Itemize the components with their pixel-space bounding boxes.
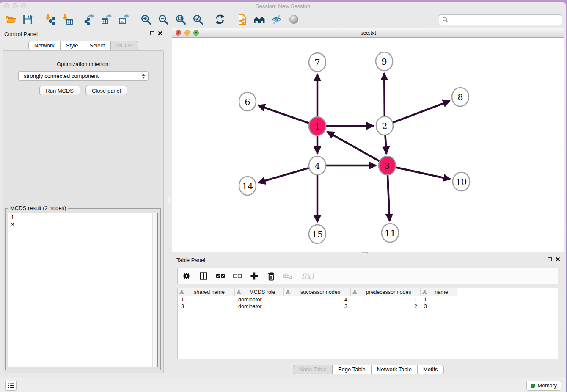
splitter-grip[interactable] <box>168 197 171 203</box>
save-icon <box>22 14 33 25</box>
close-panel-button[interactable]: Close panel <box>85 86 127 95</box>
graph-edge-2-8[interactable] <box>393 101 450 122</box>
delete-column-button[interactable] <box>267 271 276 281</box>
export-network-button[interactable] <box>80 12 98 27</box>
export-image-button[interactable] <box>115 12 132 27</box>
close-table-panel-icon[interactable] <box>556 257 560 262</box>
folder-open-icon <box>5 14 16 25</box>
zoom-in-button[interactable] <box>137 12 154 27</box>
table-cell[interactable]: 3 <box>284 303 351 310</box>
network-window-titlebar[interactable]: ✗ − + scc.txt <box>172 28 564 38</box>
table-row[interactable]: 3dominator323 <box>178 303 558 310</box>
zoom-out-button[interactable] <box>154 12 172 27</box>
graph-node-3[interactable]: 3 <box>379 156 396 175</box>
tab-node-table[interactable]: Node Table <box>293 365 333 374</box>
export-table-button[interactable] <box>98 12 115 27</box>
criterion-select[interactable]: strongly connected component <box>18 71 149 81</box>
table-cell[interactable]: 3 <box>421 303 456 310</box>
graph-edge-3-1[interactable] <box>327 132 379 161</box>
graph-node-2[interactable]: 2 <box>376 116 393 135</box>
save-session-button[interactable] <box>19 12 36 27</box>
table-cell[interactable]: 3 <box>178 303 235 310</box>
deselect-all-columns-button[interactable] <box>233 271 242 281</box>
tab-select[interactable]: Select <box>84 41 111 50</box>
graph-edge-1-2[interactable] <box>326 126 374 126</box>
graph-node-15[interactable]: 15 <box>309 225 326 243</box>
mcds-result-text[interactable]: 13 <box>8 213 158 367</box>
tab-style[interactable]: Style <box>61 41 84 50</box>
graph-node-7[interactable]: 7 <box>309 53 326 72</box>
show-columns-button[interactable] <box>199 271 208 281</box>
import-table-button[interactable] <box>58 12 76 27</box>
first-neighbors-button[interactable] <box>250 12 268 27</box>
graph-edge-2-9[interactable] <box>384 73 385 116</box>
graph-edge-3-10[interactable] <box>396 167 451 179</box>
network-graph: 7968124314101511 <box>172 38 564 251</box>
select-all-columns-button[interactable] <box>216 271 225 281</box>
tab-network[interactable]: Network <box>28 41 61 50</box>
tab-motifs[interactable]: Motifs <box>418 365 444 374</box>
graph-edge-1-6[interactable] <box>258 105 309 123</box>
table-cell[interactable]: 1 <box>178 296 235 303</box>
apply-function-button[interactable]: f(x) <box>300 271 315 281</box>
table-cell[interactable]: 1 <box>351 296 421 303</box>
table-cell[interactable]: dominator <box>235 296 284 303</box>
float-table-panel-icon[interactable] <box>548 257 552 261</box>
node-table[interactable]: shared nameMCDS rolesuccessor nodesprede… <box>177 288 558 359</box>
open-session-button[interactable] <box>2 12 19 27</box>
refresh-button[interactable] <box>211 12 228 27</box>
application-window: Session: New Session <box>0 2 566 392</box>
table-cell[interactable]: 2 <box>351 303 421 310</box>
memory-button[interactable]: Memory <box>526 381 561 391</box>
graphics-details-button[interactable] <box>285 12 303 27</box>
graph-node-10[interactable]: 10 <box>453 172 470 191</box>
table-cell[interactable]: 1 <box>421 296 456 303</box>
tab-mcds[interactable]: MCDS <box>111 41 138 50</box>
network-canvas[interactable]: 7968124314101511 <box>172 38 564 251</box>
task-history-button[interactable] <box>5 381 17 391</box>
graph-edge-3-11[interactable] <box>388 175 390 221</box>
column-header-successor-nodes[interactable]: successor nodes <box>284 288 351 296</box>
tab-network-table[interactable]: Network Table <box>372 365 418 374</box>
table-toolbar: f(x) <box>177 268 558 284</box>
graph-node-label: 7 <box>314 58 320 68</box>
table-cell[interactable]: dominator <box>235 303 284 310</box>
graph-node-6[interactable]: 6 <box>239 92 256 111</box>
graph-edge-4-14[interactable] <box>258 168 309 183</box>
column-header-shared-name[interactable]: shared name <box>178 288 235 296</box>
float-panel-icon[interactable] <box>150 31 154 35</box>
search-input[interactable] <box>449 16 562 24</box>
table-cell[interactable]: 4 <box>284 296 351 303</box>
table-settings-button[interactable] <box>182 271 191 281</box>
columns-icon <box>199 272 208 280</box>
graph-edge-2-3[interactable] <box>385 135 386 154</box>
delete-table-button[interactable] <box>284 271 293 281</box>
close-panel-icon[interactable] <box>158 31 162 36</box>
new-network-from-selection-button[interactable] <box>233 12 250 27</box>
graph-node-11[interactable]: 11 <box>382 224 399 242</box>
graph-node-8[interactable]: 8 <box>452 88 469 106</box>
zoom-selected-button[interactable] <box>189 12 206 27</box>
table-header-row: shared nameMCDS rolesuccessor nodesprede… <box>178 288 457 296</box>
search-box[interactable] <box>439 14 562 25</box>
add-column-button[interactable] <box>250 271 259 281</box>
graph-node-1[interactable]: 1 <box>309 117 326 135</box>
graph-node-4[interactable]: 4 <box>309 156 326 175</box>
graph-node-14[interactable]: 14 <box>239 177 256 195</box>
select-stepper-icon <box>141 72 146 80</box>
zoom-in-icon <box>140 14 151 25</box>
mcds-result-line: 1 <box>11 214 157 221</box>
zoom-fit-button[interactable] <box>172 12 189 27</box>
vertical-splitter[interactable] <box>167 28 172 253</box>
tab-edge-table[interactable]: Edge Table <box>333 365 372 374</box>
zoom-out-icon <box>158 14 169 25</box>
result-scrollbar[interactable] <box>152 213 157 367</box>
hide-selected-button[interactable] <box>268 12 285 27</box>
column-header-predecessor-nodes[interactable]: predecessor nodes <box>351 288 421 296</box>
import-network-button[interactable] <box>41 12 58 27</box>
table-row[interactable]: 1dominator411 <box>178 296 558 303</box>
column-header-name[interactable]: name <box>421 288 456 296</box>
run-mcds-button[interactable]: Run MCDS <box>39 86 80 95</box>
column-header-MCDS-role[interactable]: MCDS role <box>235 288 284 296</box>
graph-node-9[interactable]: 9 <box>376 52 393 71</box>
